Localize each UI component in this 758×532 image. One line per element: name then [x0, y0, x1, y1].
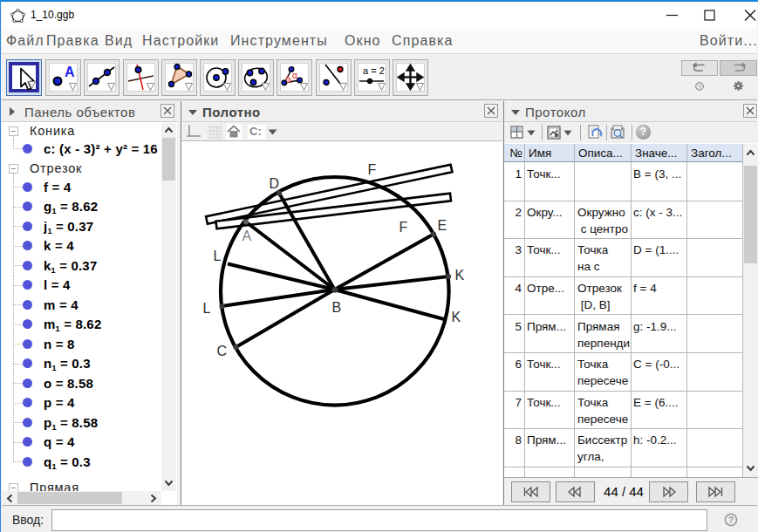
svg-text:?: ? [698, 84, 701, 90]
svg-text:L: L [203, 301, 211, 316]
svg-text:E: E [438, 218, 447, 233]
svg-text:α: α [292, 71, 297, 80]
svg-text:L: L [214, 249, 222, 263]
svg-text:C: C [217, 344, 228, 358]
svg-text:K: K [452, 310, 461, 324]
svg-text:F: F [399, 220, 408, 235]
svg-text:?: ? [728, 515, 734, 525]
svg-text:D: D [270, 176, 280, 191]
svg-text:A: A [65, 65, 75, 79]
svg-text:F: F [368, 162, 377, 177]
svg-text:K: K [455, 268, 465, 283]
svg-text:a = 2: a = 2 [363, 65, 385, 76]
svg-text:A: A [242, 228, 252, 243]
svg-text:B: B [332, 300, 342, 315]
